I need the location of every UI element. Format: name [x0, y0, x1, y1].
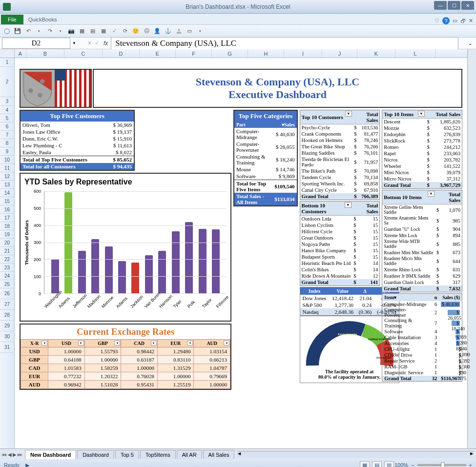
zoom-out-icon[interactable]: − [411, 462, 414, 467]
row-header-13[interactable]: 13 [0, 181, 14, 189]
row-header-21[interactable]: 21 [0, 247, 14, 255]
page-break-icon[interactable]: ▥ [384, 461, 394, 467]
row-header-25[interactable]: 25 [0, 280, 14, 288]
last-sheet-icon[interactable]: ⏭ [18, 452, 22, 457]
row-header-28[interactable]: 28 [0, 310, 14, 321]
row-header-27[interactable]: 27 [0, 299, 14, 310]
save-icon[interactable]: 💾 [14, 27, 21, 35]
row-header-20[interactable]: 20 [0, 239, 14, 247]
row-header-15[interactable]: 15 [0, 197, 14, 205]
anchor-icon[interactable]: ⚓ [164, 27, 172, 35]
calc-icon[interactable]: ▭ [186, 27, 193, 35]
name-box[interactable]: D2 [2, 38, 70, 49]
row-header-17[interactable]: 17 [0, 214, 14, 222]
namebox-dropdown-icon[interactable]: ▼ [72, 41, 76, 45]
expand-formula-icon[interactable]: ⌄ [468, 41, 472, 46]
maximize-button[interactable]: ☐ [448, 1, 460, 10]
col-header-I[interactable]: I [284, 49, 322, 58]
row-header-6[interactable]: 6 [0, 122, 14, 131]
smiley-icon[interactable]: 🙂 [132, 27, 140, 35]
zoom-level[interactable]: 100% [394, 462, 408, 467]
row-header-14[interactable]: 14 [0, 189, 14, 197]
row-header-23[interactable]: 23 [0, 264, 14, 272]
col-header-A[interactable]: A [15, 49, 26, 58]
fx-icon[interactable]: fx [103, 40, 108, 47]
row-header-16[interactable]: 16 [0, 205, 14, 214]
person-icon[interactable]: 👤 [153, 27, 161, 35]
col-header-J[interactable]: J [322, 49, 357, 58]
ribbon-tab-quickbooks[interactable]: QuickBooks [23, 15, 63, 24]
filter-icon[interactable]: ▾ [187, 341, 193, 345]
row-header-26[interactable]: 26 [0, 288, 14, 299]
zoom-in-icon[interactable]: + [469, 462, 472, 467]
row-header-5[interactable]: 5 [0, 114, 14, 122]
undo-split-icon[interactable]: ▾ [35, 27, 43, 35]
normal-view-icon[interactable]: ▦ [360, 461, 370, 467]
refresh-icon[interactable]: ⟳ [121, 27, 129, 35]
org-icon[interactable]: ⏃ [175, 27, 183, 35]
first-sheet-icon[interactable]: ⏮ [2, 452, 7, 457]
enter-formula-icon[interactable]: ✓ [95, 40, 99, 46]
row-header-11[interactable]: 11 [0, 164, 14, 172]
col-header-H[interactable]: H [248, 49, 284, 58]
col-header-E[interactable]: E [140, 49, 176, 58]
filter-icon[interactable]: ▾ [418, 111, 425, 117]
undo-icon[interactable]: ↶ [24, 27, 32, 35]
borders-icon[interactable]: ▦ [100, 27, 107, 35]
row-header-19[interactable]: 19 [0, 230, 14, 239]
filter-icon[interactable]: ▾ [78, 341, 84, 345]
macro-icon[interactable]: ▶ [25, 462, 29, 467]
print-preview-icon[interactable]: ▦ [78, 27, 86, 35]
next-sheet-icon[interactable]: ▶ [13, 452, 17, 457]
row-header-3[interactable]: 3 [0, 97, 14, 106]
sheet-tab-new-dashboard[interactable]: New Dashboard [25, 450, 76, 459]
sheet-tab-top5items[interactable]: Top5Items [140, 450, 176, 459]
new-icon[interactable]: ◯ [3, 27, 11, 35]
filter-icon[interactable]: ▾ [394, 295, 396, 300]
filter-icon[interactable]: ▾ [151, 341, 157, 345]
row-header-7[interactable]: 7 [0, 131, 14, 139]
col-header-F[interactable]: F [176, 49, 212, 58]
row-header-30[interactable]: 30 [0, 331, 14, 342]
row-header-10[interactable]: 10 [0, 156, 14, 164]
filter-icon[interactable]: ▾ [282, 122, 284, 127]
redo-split-icon[interactable]: ▾ [57, 27, 64, 35]
vertical-scrollbar[interactable] [467, 58, 476, 448]
redo-icon[interactable]: ↷ [46, 27, 54, 35]
col-header-K[interactable]: K [357, 49, 395, 58]
close-workbook-icon[interactable]: ✕ [469, 18, 473, 24]
col-header-G[interactable]: G [212, 49, 248, 58]
col-header-C[interactable]: C [64, 49, 103, 58]
row-header-12[interactable]: 12 [0, 172, 14, 181]
sheet-tab-all-ar[interactable]: All AR [177, 450, 202, 459]
sheet-tab-dashboard[interactable]: Dashboard [77, 450, 114, 459]
row-header-9[interactable]: 9 [0, 147, 14, 156]
row-header-22[interactable]: 22 [0, 255, 14, 264]
sheet-tab-all-sales[interactable]: All Sales [203, 450, 235, 459]
minimize-button[interactable]: — [434, 1, 447, 10]
more-icon[interactable]: ▾ [196, 27, 204, 35]
restore-workbook-icon[interactable]: 🗗 [460, 18, 466, 24]
row-header-1[interactable]: 1 [0, 58, 14, 67]
customize-icon[interactable]: ♡ [435, 18, 439, 24]
row-header-29[interactable]: 29 [0, 321, 14, 331]
row-header-2[interactable]: 2 [0, 67, 14, 97]
row-header-31[interactable]: 31 [0, 342, 14, 353]
filter-icon[interactable]: ▾ [428, 191, 435, 197]
select-all-corner[interactable] [0, 49, 15, 58]
filter-icon[interactable]: ▾ [224, 341, 229, 345]
worksheet-canvas[interactable]: Stevenson & Company (USA), LLC Executive… [15, 58, 467, 448]
row-header-24[interactable]: 24 [0, 272, 14, 280]
sheet-tab-top-5[interactable]: Top 5 [115, 450, 139, 459]
camera-icon[interactable]: 📷 [67, 27, 75, 35]
filter-icon[interactable]: ▾ [345, 202, 352, 208]
row-header-4[interactable]: 4 [0, 106, 14, 114]
prev-sheet-icon[interactable]: ◀ [8, 452, 12, 457]
close-button[interactable]: ✕ [461, 1, 474, 10]
help-icon[interactable]: ? [442, 17, 450, 24]
zoom-slider[interactable] [417, 464, 466, 466]
filter-icon[interactable]: ▾ [114, 341, 120, 345]
col-header-L[interactable]: L [395, 49, 435, 58]
col-header-D[interactable]: D [103, 49, 140, 58]
formula-bar[interactable]: Stevenson & Company (USA), LLC [111, 37, 458, 50]
